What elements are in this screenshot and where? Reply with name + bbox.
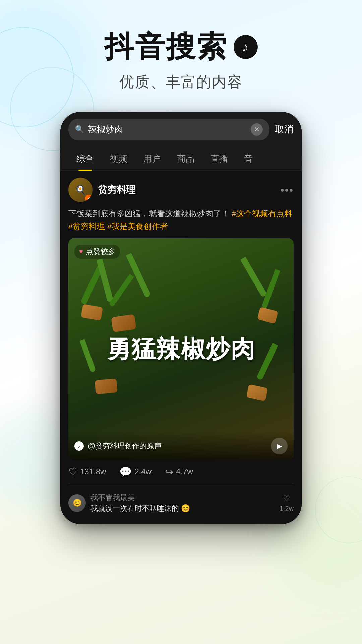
hashtag-2[interactable]: #贫穷料理 [68,222,105,231]
video-bottom-bar: ♪ @贫穷料理创作的原声 ▶ [68,431,294,460]
post-main-text: 下饭菜到底有多凶猛，就看这道辣椒炒肉了！ [68,209,229,218]
content-area: 🍳 ✓ 贫穷料理 ••• 下饭菜到底有多凶猛，就看这道辣椒炒肉了！ #这个视频有… [60,171,302,524]
comments-section: 😊 我不管我最美 我就没一次看时不咽唾沫的 😊 ♡ 1.2w [68,484,294,517]
video-popular-label: ♥ 点赞较多 [74,245,120,259]
heart-label-icon: ♥ [79,248,83,255]
video-container[interactable]: ♥ 点赞较多 勇猛辣椒炒肉 ♪ @贫穷料理创作的原声 [68,238,294,460]
post-user-row: 🍳 ✓ 贫穷料理 ••• [68,178,294,202]
hashtag-1[interactable]: #这个视频有点料 [232,209,292,218]
hashtag-3[interactable]: #我是美食创作者 [107,222,168,231]
search-query-text: 辣椒炒肉 [88,124,247,136]
commenter-name: 我不管我最美 [90,493,275,503]
like-count: 131.8w [80,467,106,476]
share-count: 4.7w [176,467,193,476]
meat-5 [246,384,268,401]
verified-badge: ✓ [85,195,93,202]
video-title-text: 勇猛辣椒炒肉 [107,335,255,362]
phone-screen: 🔍 辣椒炒肉 ✕ 取消 综合 视频 用户 [60,112,302,524]
tab-comprehensive[interactable]: 综合 [68,147,102,171]
comment-text-1: 我就没一次看时不咽唾沫的 😊 [90,503,275,514]
comment-row-1: 😊 我不管我最美 我就没一次看时不咽唾沫的 😊 ♡ 1.2w [68,489,294,517]
username-text[interactable]: 贫穷料理 [98,183,135,196]
like-icon: ♡ [68,466,77,478]
more-options-icon[interactable]: ••• [280,184,294,196]
play-button[interactable]: ▶ [271,438,288,454]
meat-3 [257,307,278,324]
tiktok-note-small: ♪ [78,443,80,449]
tiktok-note-icon: ♪ [242,39,250,55]
pepper-5 [261,269,280,309]
app-subtitle: 优质、丰富的内容 [0,72,362,92]
comment-button[interactable]: 💬 2.4w [119,466,152,478]
phone-mockup: 🔍 辣椒炒肉 ✕ 取消 综合 视频 用户 [60,112,302,524]
header-section: 抖音搜索 ♪ 优质、丰富的内容 [0,0,362,105]
tabs-container: 综合 视频 用户 商品 直播 音 [60,147,302,171]
pepper-6 [240,257,267,298]
clear-icon: ✕ [254,125,260,133]
tab-live[interactable]: 直播 [202,147,236,171]
user-info: 🍳 ✓ 贫穷料理 [68,178,135,202]
video-background: ♥ 点赞较多 勇猛辣椒炒肉 ♪ @贫穷料理创作的原声 [68,238,294,460]
tab-product[interactable]: 商品 [169,147,202,171]
comment-content: 我不管我最美 我就没一次看时不咽唾沫的 😊 [90,493,275,514]
app-title-container: 抖音搜索 ♪ [0,27,362,67]
tab-video[interactable]: 视频 [102,147,135,171]
comment-icon: 💬 [119,466,132,478]
video-title-overlay: 勇猛辣椒炒肉 [80,336,283,362]
comment-like-section[interactable]: ♡ 1.2w [280,494,294,513]
tiktok-small-icon: ♪ [74,441,84,451]
tab-comprehensive-label: 综合 [76,154,94,164]
search-cancel-button[interactable]: 取消 [275,123,294,136]
post-text: 下饭菜到底有多凶猛，就看这道辣椒炒肉了！ #这个视频有点料 #贫穷料理 #我是美… [68,207,294,233]
share-icon: ↪ [165,466,173,478]
pepper-2 [96,259,113,302]
tab-live-label: 直播 [210,154,228,164]
share-button[interactable]: ↪ 4.7w [165,466,193,478]
tab-user-label: 用户 [143,154,161,164]
commenter-avatar[interactable]: 😊 [68,494,86,512]
tab-audio-label: 音 [244,154,253,164]
phone-wrapper: 🔍 辣椒炒肉 ✕ 取消 综合 视频 用户 [0,112,362,524]
app-title-text: 抖音搜索 [104,27,228,67]
comment-heart-icon: ♡ [283,494,290,503]
tab-audio[interactable]: 音 [236,147,261,171]
search-input-wrapper[interactable]: 🔍 辣椒炒肉 ✕ [68,119,269,140]
tab-product-label: 商品 [177,154,194,164]
audio-source-text: @贫穷料理创作的原声 [88,441,267,451]
tab-user[interactable]: 用户 [135,147,169,171]
comment-count: 2.4w [134,467,152,476]
like-button[interactable]: ♡ 131.8w [68,466,106,478]
play-icon: ▶ [277,442,282,450]
comment-like-count: 1.2w [280,505,294,513]
search-icon: 🔍 [75,125,84,134]
interaction-bar: ♡ 131.8w 💬 2.4w ↪ 4.7w [68,460,294,484]
pepper-3 [109,274,134,307]
tiktok-logo-icon: ♪ [234,35,258,59]
search-clear-button[interactable]: ✕ [251,123,263,136]
meat-4 [95,378,117,394]
search-bar-container: 🔍 辣椒炒肉 ✕ 取消 [60,112,302,147]
meat-2 [111,314,136,332]
meat-1 [81,304,103,321]
user-avatar[interactable]: 🍳 ✓ [68,178,93,202]
video-label-text: 点赞较多 [86,247,115,257]
tab-video-label: 视频 [110,154,127,164]
